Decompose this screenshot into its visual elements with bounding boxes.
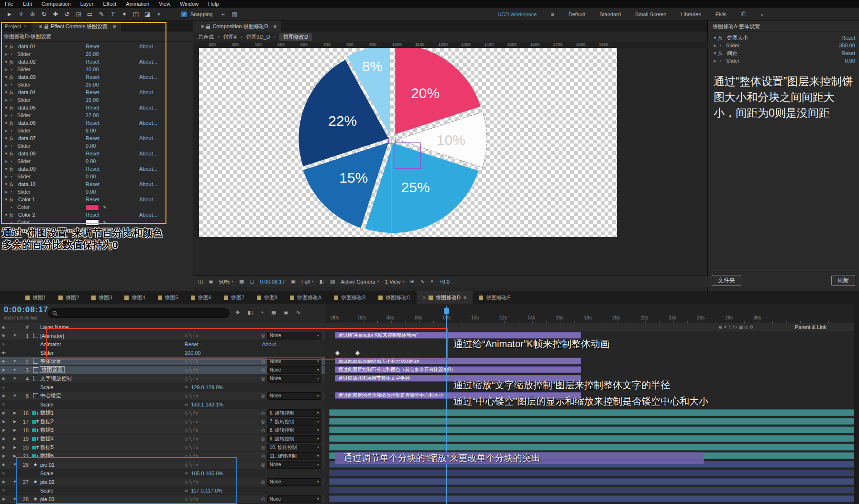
parent-dropdown[interactable]: 9. 旋转控制▾ xyxy=(267,435,321,443)
stopwatch-icon[interactable]: ◔ xyxy=(10,52,17,57)
color-swatch[interactable] xyxy=(86,219,99,226)
shape-tool[interactable]: ▭ xyxy=(84,11,96,18)
about-link[interactable]: About... xyxy=(139,197,193,202)
expander-icon[interactable]: ▶ xyxy=(3,83,10,87)
search-box[interactable] xyxy=(48,308,230,318)
workspace-tab[interactable]: Small Screen xyxy=(635,11,666,17)
workspace-tab[interactable]: 右 xyxy=(741,11,746,18)
about-link[interactable]: About... xyxy=(139,120,193,126)
expander-icon[interactable]: ▼ xyxy=(3,136,10,141)
slider-value[interactable]: 20.00 xyxy=(86,51,193,57)
transparency-grid-icon[interactable]: ▨ xyxy=(330,278,335,285)
slider-value[interactable]: 15.00 xyxy=(86,97,193,103)
property-row[interactable]: ◇Scale∞129.0,129.0% xyxy=(0,383,859,392)
dimension-link-icon[interactable]: ∞ xyxy=(185,471,188,476)
layer-name[interactable]: 数据5 xyxy=(40,444,185,451)
timeline-bar[interactable] xyxy=(329,409,858,416)
layer-name[interactable]: pie.01 xyxy=(40,462,185,468)
reset-link[interactable]: Reset xyxy=(86,74,139,80)
parent-dropdown[interactable]: None▾ xyxy=(267,392,321,400)
resolution-select[interactable]: Full ▾ xyxy=(301,279,314,285)
layer-switches[interactable]: ◇╲fx xyxy=(185,428,261,433)
eye-icon[interactable]: ◉ xyxy=(0,462,7,467)
eye-icon[interactable]: ◉ xyxy=(0,445,7,449)
layer-name[interactable]: 数据6 xyxy=(40,452,185,460)
breadcrumb-item[interactable]: 饼图3D_D xyxy=(246,33,270,41)
property-row[interactable]: ‹◆›Slider100.00 xyxy=(0,349,859,357)
slider-value[interactable]: 0.00 xyxy=(86,143,193,149)
draft-3d-icon[interactable]: ◧ xyxy=(248,309,253,316)
layer-switches[interactable]: ◇╲fx xyxy=(185,376,261,381)
expander-icon[interactable]: ▼ xyxy=(11,359,18,363)
timeline-bar[interactable] xyxy=(329,470,858,476)
stopwatch-icon[interactable]: ◔ xyxy=(10,128,17,133)
parent-dropdown[interactable]: 6. 旋转控制▾ xyxy=(267,409,321,417)
timeline-bar[interactable]: 通过此图层控制百分比和颜色（其它多余百分比设成0） xyxy=(335,366,581,373)
refresh-button[interactable]: 刷新 xyxy=(831,275,855,286)
dimension-link-icon[interactable]: ∞ xyxy=(185,402,188,407)
composition-mini-flowchart-icon[interactable]: ❖ xyxy=(235,309,240,316)
workspace-overflow-icon[interactable]: » xyxy=(760,11,763,17)
reset-link[interactable]: Reset xyxy=(86,151,139,156)
menu-item-effect[interactable]: Effect xyxy=(103,1,116,7)
keyframe-nav-icon[interactable]: ◇ xyxy=(0,488,7,493)
time-ruler[interactable]: :00s02s04s06s08s10s12s14s16s18s20s22s24s… xyxy=(325,304,859,323)
layer-switches[interactable]: ◇╲fx xyxy=(185,480,261,484)
slider-value[interactable]: 0.00 xyxy=(86,158,193,164)
hand-tool[interactable]: ✛ xyxy=(15,11,27,18)
expander-icon[interactable]: ▶ xyxy=(11,445,18,449)
reset-link[interactable]: Reset xyxy=(841,35,855,41)
close-icon[interactable]: × xyxy=(23,23,26,29)
eyedropper-icon[interactable]: ✎ xyxy=(103,220,107,225)
expander-icon[interactable]: ▶ xyxy=(11,428,18,432)
eyedropper-icon[interactable]: ✎ xyxy=(103,205,107,210)
timeline-tab-饼图修改E[interactable]: 饼图修改E xyxy=(473,291,517,304)
menu-item-view[interactable]: View xyxy=(159,1,170,7)
timeline-bar[interactable] xyxy=(329,427,858,433)
pick-whip-icon[interactable]: ◎ xyxy=(261,333,265,338)
camera-icon[interactable]: ▣ xyxy=(291,278,296,285)
reset-link[interactable]: Reset xyxy=(86,135,139,141)
expander-icon[interactable]: ▼ xyxy=(3,152,10,156)
parent-dropdown[interactable]: 8. 旋转控制▾ xyxy=(267,427,321,434)
expander-icon[interactable]: ▼ xyxy=(3,106,10,110)
timecode-display[interactable]: 0:00:08:17 xyxy=(4,305,48,315)
property-row[interactable]: ◇Scale∞143.1,143.1% xyxy=(0,400,859,409)
snapping-checkbox[interactable]: ✓ xyxy=(181,11,187,18)
parent-dropdown[interactable]: None▾ xyxy=(267,495,321,503)
about-link[interactable]: About... xyxy=(139,212,193,218)
layer-row[interactable]: ◉▶20T数据5◇╲fx◎10. 旋转控制▾ xyxy=(0,443,859,452)
keyframe-icon[interactable] xyxy=(335,351,340,356)
layer-row[interactable]: ◉▶16T数据1◇╲fx◎6. 旋转控制▾ xyxy=(0,409,859,417)
parent-dropdown[interactable]: None▾ xyxy=(267,366,321,374)
about-link[interactable]: About... xyxy=(139,151,193,156)
snapshot-icon[interactable]: ◫ xyxy=(198,278,203,285)
camera-view-select[interactable]: Active Camera ▾ xyxy=(341,279,379,285)
layer-row[interactable]: ◉▼5中心镂空◇╲fx◎None▾通过此图层的显示和缩放控制是否镂空中心和大小 xyxy=(0,392,859,400)
pan-behind-tool[interactable]: ◲ xyxy=(73,11,84,18)
stopwatch-icon[interactable]: ◔ xyxy=(10,205,17,210)
reset-link[interactable]: Reset xyxy=(86,181,139,187)
pick-whip-icon[interactable]: ◎ xyxy=(261,479,265,484)
reset-link[interactable]: Reset xyxy=(86,197,139,202)
expander-icon[interactable]: ▼ xyxy=(3,182,10,186)
layer-row[interactable]: ◉▶17T数据2◇╲fx◎7. 旋转控制▾ xyxy=(0,417,859,426)
reset-link[interactable]: Reset xyxy=(86,166,139,172)
expander-icon[interactable]: ▶ xyxy=(11,437,18,441)
expander-icon[interactable]: ▼ xyxy=(11,497,18,501)
pick-whip-icon[interactable]: ◎ xyxy=(261,436,265,441)
pick-whip-icon[interactable]: ◎ xyxy=(261,376,265,381)
expander-icon[interactable]: ▶ xyxy=(11,411,18,415)
stopwatch-icon[interactable]: ◔ xyxy=(10,189,17,195)
eye-icon[interactable]: ◉ xyxy=(0,454,7,458)
panel-menu-icon[interactable]: ≡ xyxy=(39,23,42,29)
parent-dropdown[interactable]: None▾ xyxy=(267,461,321,469)
puppet-tool[interactable]: ⌖ xyxy=(153,11,165,18)
keyframe-nav-icon[interactable]: ◇ xyxy=(0,471,7,475)
panel-menu-icon[interactable]: ≡ xyxy=(113,23,116,29)
timeline-bar[interactable] xyxy=(329,487,858,493)
expander-icon[interactable]: ▼ xyxy=(3,44,10,49)
layer-row[interactable]: ◉▼3饼图设置◇╲fx◎None▾通过此图层控制百分比和颜色（其它多余百分比设成… xyxy=(0,366,859,374)
expander-icon[interactable]: ▼ xyxy=(3,197,10,202)
pen-tool[interactable]: ✎ xyxy=(96,11,107,18)
